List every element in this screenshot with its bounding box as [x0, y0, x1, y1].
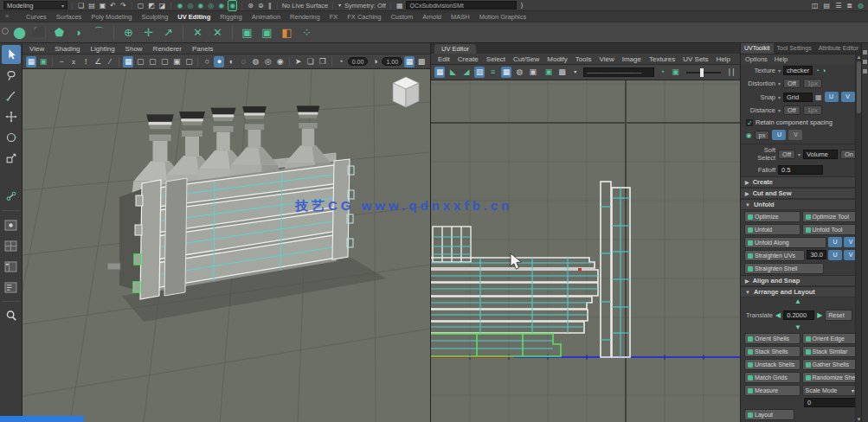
chevron-down-icon[interactable]: ▾ — [778, 94, 781, 100]
view-cube[interactable] — [393, 77, 419, 107]
save-scene-icon[interactable]: ▣ — [99, 1, 107, 10]
optimize-tool-button[interactable]: Optimize Tool — [802, 211, 858, 222]
unfold-button[interactable]: Unfold — [744, 224, 800, 235]
select-object-icon[interactable]: ◩ — [147, 1, 156, 10]
unfold-u-button[interactable]: U — [828, 237, 842, 247]
menu-options[interactable]: Options — [745, 55, 768, 63]
uv-image-dim-slider[interactable] — [686, 72, 721, 74]
redo-icon[interactable]: ↷ — [119, 1, 127, 10]
pixel-snap-icon[interactable]: ◉ — [746, 131, 752, 139]
menu-cut-sew[interactable]: Cut/Sew — [513, 55, 539, 63]
chevron-down-icon[interactable]: ▾ — [778, 67, 781, 74]
shelf-tab-custom[interactable]: Custom — [390, 13, 413, 21]
isolate-select-icon[interactable]: ➤ — [293, 56, 304, 67]
uv-dim-image-icon[interactable]: ◍ — [514, 67, 524, 78]
last-tool-used[interactable] — [2, 187, 21, 206]
distortion-off-button[interactable]: Off — [783, 79, 800, 88]
menu-help[interactable]: Help — [775, 55, 788, 63]
multi-cut-icon[interactable]: ✛ — [141, 24, 156, 42]
field-chart-icon[interactable]: ▢ — [183, 56, 194, 67]
shaded-icon[interactable]: ● — [214, 56, 224, 67]
move-up-arrow[interactable]: ▲ — [794, 297, 801, 305]
zoom-tool[interactable] — [2, 306, 21, 325]
image-plane-icon[interactable]: ! — [80, 56, 91, 67]
chevron-down-icon[interactable]: ▾ — [778, 107, 781, 113]
layout-four-pane[interactable] — [2, 236, 21, 255]
snap-u-button[interactable]: U — [825, 92, 839, 102]
quad-draw-icon[interactable]: ↗ — [161, 24, 176, 42]
refresh-texture-icon[interactable]: ◔ — [815, 67, 820, 74]
viewport-renderer-icon[interactable]: ▦ — [404, 56, 415, 67]
field-expand-icon[interactable]: ⟩ — [519, 1, 524, 10]
scale-tool[interactable] — [2, 149, 21, 168]
uv-grid-icon[interactable]: ▦ — [434, 67, 445, 78]
uv-image-display-icon[interactable]: ▣ — [528, 67, 538, 78]
shelf-tab-motion-graphics[interactable]: Motion Graphics — [479, 13, 527, 21]
ipr-render-icon[interactable]: ▤ — [823, 1, 832, 10]
move-right-arrow[interactable]: ▶ — [817, 311, 822, 319]
bridge-icon[interactable]: ▣ — [260, 24, 274, 42]
poly-cylinder-icon[interactable]: ◗ — [72, 24, 87, 42]
menu-lighting[interactable]: Lighting — [91, 45, 115, 53]
tab-tool-settings[interactable]: Tool Settings — [774, 43, 815, 54]
layout-two-pane[interactable] — [2, 257, 21, 276]
select-hierarchy-icon[interactable]: ▢ — [137, 1, 145, 10]
chevron-down-icon[interactable]: ▾ — [338, 1, 342, 10]
menu-panels[interactable]: Panels — [192, 45, 213, 53]
slider-knob[interactable] — [700, 68, 704, 77]
new-scene-icon[interactable]: ❏ — [77, 1, 85, 10]
randomize-shells-button[interactable]: Randomize Shells — [802, 372, 858, 383]
straighten-u-button[interactable]: U — [828, 250, 842, 260]
menu-renderer[interactable]: Renderer — [153, 45, 182, 53]
menu-view[interactable]: View — [29, 45, 44, 53]
menu-create[interactable]: Create — [458, 55, 479, 63]
oversca-icon[interactable]: ∕ — [105, 56, 115, 67]
shelf-tab-surfaces[interactable]: Surfaces — [56, 13, 82, 21]
snap-mode-dropdown[interactable]: Grid — [783, 93, 813, 102]
reset-button[interactable]: Reset — [825, 310, 852, 321]
shadows-icon[interactable]: ◍ — [251, 56, 261, 67]
uv-isolate-icon[interactable]: ∣∣ — [726, 67, 736, 78]
chevron-down-icon[interactable]: ▾ — [570, 67, 581, 78]
gather-shells-button[interactable]: Gather Shells — [802, 359, 858, 370]
optimize-button[interactable]: Optimize — [744, 211, 800, 222]
falloff-value-field[interactable]: 0.5 — [778, 165, 823, 175]
chevron-down-icon[interactable]: ▾ — [798, 151, 800, 157]
texture-dropdown[interactable]: checker — [783, 66, 813, 75]
menu-textures[interactable]: Textures — [649, 55, 675, 63]
undo-icon[interactable]: ↶ — [109, 1, 117, 10]
soft-select-off-button[interactable]: Off — [778, 150, 795, 159]
lock-camera-icon[interactable]: ▣ — [38, 56, 48, 67]
layout-value-field[interactable]: 0 — [804, 398, 858, 407]
section-arrange-and-layout[interactable]: ▼ Arrange and Layout — [741, 286, 861, 297]
textured-icon[interactable]: ◐ — [226, 56, 236, 67]
match-grids-button[interactable]: Match Grids — [744, 372, 800, 383]
uv-shell-icon[interactable]: ◣ — [447, 67, 458, 78]
scale-mode-dropdown[interactable]: Scale Mode▾ — [802, 385, 858, 396]
snap-grid-icon[interactable]: ◉ — [176, 1, 183, 10]
uv-pattern-icon[interactable]: ▩ — [556, 67, 567, 78]
menu-select[interactable]: Select — [486, 55, 505, 63]
shelf-tab-rendering[interactable]: Rendering — [290, 13, 320, 21]
retain-spacing-checkbox[interactable]: ✓ — [746, 119, 753, 126]
target-weld-icon[interactable]: ⊕ — [121, 24, 136, 42]
wireframe-icon[interactable]: ○ — [202, 56, 212, 67]
poly-cube-icon[interactable]: ⬛ — [32, 24, 47, 42]
symmetry-label[interactable]: Symmetry: Off — [344, 2, 386, 10]
snap-v-button[interactable]: V — [841, 92, 855, 102]
section-create[interactable]: ▶ Create — [741, 176, 861, 188]
chevron-down-icon[interactable]: ▾ — [778, 80, 781, 86]
snap-curve-icon[interactable]: ◎ — [186, 1, 194, 10]
menu-shading[interactable]: Shading — [55, 45, 80, 53]
channel-box-toggle-icon[interactable]: ≣ — [845, 1, 853, 10]
pixel-v-button[interactable]: V — [788, 130, 802, 140]
connect-icon[interactable]: ⁘ — [299, 24, 314, 42]
perspective-viewport-canvas[interactable] — [23, 69, 430, 422]
shelf-menu-icon[interactable]: ≡ — [5, 13, 9, 19]
section-unfold[interactable]: ▼ Unfold — [741, 199, 861, 210]
menu-help[interactable]: Help — [717, 55, 730, 63]
unstack-shells-button[interactable]: Unstack Shells — [744, 359, 800, 370]
uv-exposure-icon[interactable]: ◔ — [657, 67, 667, 78]
shelf-tab-poly-modeling[interactable]: Poly Modeling — [91, 13, 132, 21]
uv-gamma-icon[interactable]: ▣ — [670, 67, 680, 78]
